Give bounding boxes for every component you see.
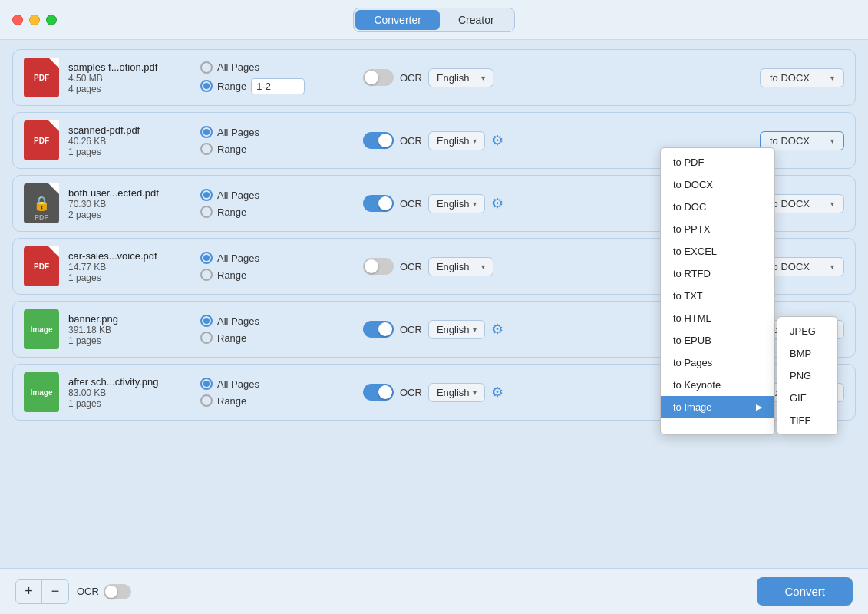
range-radio[interactable]: Range xyxy=(200,394,354,407)
range-radio[interactable]: Range xyxy=(200,143,354,155)
all-pages-radio[interactable]: All Pages xyxy=(200,61,354,74)
submenu-item-png[interactable]: PNG xyxy=(777,365,837,387)
file-name: samples f...otion.pdf xyxy=(68,61,191,73)
lang-dropdown[interactable]: English ▾ xyxy=(428,194,485,213)
ocr-global-toggle[interactable] xyxy=(104,584,131,599)
tab-creator[interactable]: Creator xyxy=(440,10,513,30)
title-bar: Converter Creator xyxy=(0,0,868,40)
maximize-button[interactable] xyxy=(46,15,57,25)
chevron-down-icon: ▾ xyxy=(481,74,485,82)
file-info: both user...ected.pdf 70.30 KB 2 pages xyxy=(68,187,191,220)
gear-icon[interactable]: ⚙ xyxy=(491,321,503,338)
minimize-button[interactable] xyxy=(29,15,40,25)
range-radio[interactable]: Range xyxy=(200,269,354,281)
file-name: both user...ected.pdf xyxy=(68,187,191,199)
all-pages-circle[interactable] xyxy=(200,189,213,201)
all-pages-radio[interactable]: All Pages xyxy=(200,315,354,327)
all-pages-radio[interactable]: All Pages xyxy=(200,252,354,264)
ocr-bottom-label: OCR xyxy=(77,586,99,597)
menu-item-to-pdf[interactable]: to PDF xyxy=(661,151,774,173)
page-options: All Pages Range xyxy=(200,126,354,155)
file-info: car-sales...voice.pdf 14.77 KB 1 pages xyxy=(68,250,191,283)
ocr-toggle[interactable] xyxy=(363,132,394,149)
range-radio[interactable]: Range xyxy=(200,206,354,218)
close-button[interactable] xyxy=(12,15,23,25)
file-pages: 1 pages xyxy=(68,272,191,283)
all-pages-radio[interactable]: All Pages xyxy=(200,126,354,138)
all-pages-circle[interactable] xyxy=(200,315,213,327)
ocr-toggle[interactable] xyxy=(363,195,394,212)
file-pages: 1 pages xyxy=(68,335,191,346)
submenu-item-jpeg[interactable]: JPEG xyxy=(777,320,837,342)
range-radio[interactable]: Range xyxy=(200,78,354,94)
tab-converter[interactable]: Converter xyxy=(355,10,439,30)
file-icon-image: Image xyxy=(24,372,59,412)
ocr-bottom-group: OCR xyxy=(77,584,131,599)
ocr-group: OCR English ▾ ⚙ xyxy=(363,194,493,213)
all-pages-circle[interactable] xyxy=(200,378,213,390)
range-circle[interactable] xyxy=(200,269,213,281)
lang-dropdown[interactable]: English ▾ xyxy=(428,131,485,150)
ocr-toggle[interactable] xyxy=(363,69,394,86)
lang-dropdown[interactable]: English ▾ xyxy=(428,383,485,402)
menu-item-to-txt[interactable]: to TXT xyxy=(661,285,774,307)
format-options-list: to PDF to DOCX to DOC to PPTX to EXCEL t… xyxy=(660,147,775,435)
file-pages: 1 pages xyxy=(68,398,191,409)
gear-icon[interactable]: ⚙ xyxy=(491,384,503,401)
menu-item-to-image[interactable]: to Image ▶ xyxy=(661,396,774,418)
all-pages-circle[interactable] xyxy=(200,126,213,138)
gear-icon[interactable]: ⚙ xyxy=(491,195,503,212)
ocr-toggle[interactable] xyxy=(363,384,394,401)
all-pages-circle[interactable] xyxy=(200,252,213,264)
convert-button[interactable]: Convert xyxy=(757,577,853,606)
menu-item-to-epub[interactable]: to EPUB xyxy=(661,329,774,352)
file-size: 70.30 KB xyxy=(68,199,191,210)
menu-item-to-excel[interactable]: to EXCEL xyxy=(661,240,774,262)
page-options: All Pages Range xyxy=(200,61,354,94)
lang-dropdown[interactable]: English ▾ xyxy=(428,320,485,339)
bottom-left: + − OCR xyxy=(15,579,131,604)
menu-item-to-keynote[interactable]: to Keynote xyxy=(661,374,774,396)
menu-item-to-pptx[interactable]: to PPTX xyxy=(661,218,774,240)
file-pages: 4 pages xyxy=(68,84,191,94)
remove-file-button[interactable]: − xyxy=(42,580,68,603)
all-pages-radio[interactable]: All Pages xyxy=(200,378,354,390)
chevron-down-icon: ▾ xyxy=(481,262,485,271)
menu-item-to-pages[interactable]: to Pages xyxy=(661,352,774,374)
ocr-group: OCR English ▾ ⚙ xyxy=(363,131,493,150)
gear-icon[interactable]: ⚙ xyxy=(491,132,503,149)
all-pages-circle[interactable] xyxy=(200,61,213,74)
add-file-button[interactable]: + xyxy=(16,580,42,603)
menu-item-to-docx[interactable]: to DOCX xyxy=(661,173,774,196)
ocr-toggle[interactable] xyxy=(363,321,394,338)
range-circle[interactable] xyxy=(200,143,213,155)
chevron-down-icon: ▾ xyxy=(830,137,834,145)
chevron-right-icon: ▶ xyxy=(756,402,762,412)
menu-item-to-rtfd[interactable]: to RTFD xyxy=(661,262,774,285)
lang-dropdown[interactable]: English ▾ xyxy=(428,68,493,87)
submenu-item-gif[interactable]: GIF xyxy=(777,387,837,409)
ocr-toggle[interactable] xyxy=(363,258,394,275)
file-pages: 1 pages xyxy=(68,147,191,157)
page-options: All Pages Range xyxy=(200,315,354,344)
range-circle[interactable] xyxy=(200,80,213,92)
chevron-down-icon: ▾ xyxy=(473,137,477,145)
ocr-group: OCR English ▾ ⚙ xyxy=(363,320,493,339)
menu-item-to-doc[interactable]: to DOC xyxy=(661,196,774,218)
lang-dropdown[interactable]: English ▾ xyxy=(428,257,493,276)
range-circle[interactable] xyxy=(200,206,213,218)
submenu-item-bmp[interactable]: BMP xyxy=(777,342,837,365)
all-pages-radio[interactable]: All Pages xyxy=(200,189,354,201)
submenu-item-tiff[interactable]: TIFF xyxy=(777,409,837,431)
format-dropdown-menu: to PDF to DOCX to DOC to PPTX to EXCEL t… xyxy=(660,147,838,435)
file-row: PDF samples f...otion.pdf 4.50 MB 4 page… xyxy=(12,49,856,106)
menu-item-to-html[interactable]: to HTML xyxy=(661,307,774,329)
add-remove-buttons: + − xyxy=(15,579,69,604)
range-circle[interactable] xyxy=(200,332,213,344)
range-input[interactable] xyxy=(251,78,305,94)
format-dropdown[interactable]: to DOCX ▾ xyxy=(760,68,844,87)
file-size: 14.77 KB xyxy=(68,262,191,272)
file-size: 40.26 KB xyxy=(68,136,191,147)
range-radio[interactable]: Range xyxy=(200,332,354,344)
range-circle[interactable] xyxy=(200,394,213,407)
